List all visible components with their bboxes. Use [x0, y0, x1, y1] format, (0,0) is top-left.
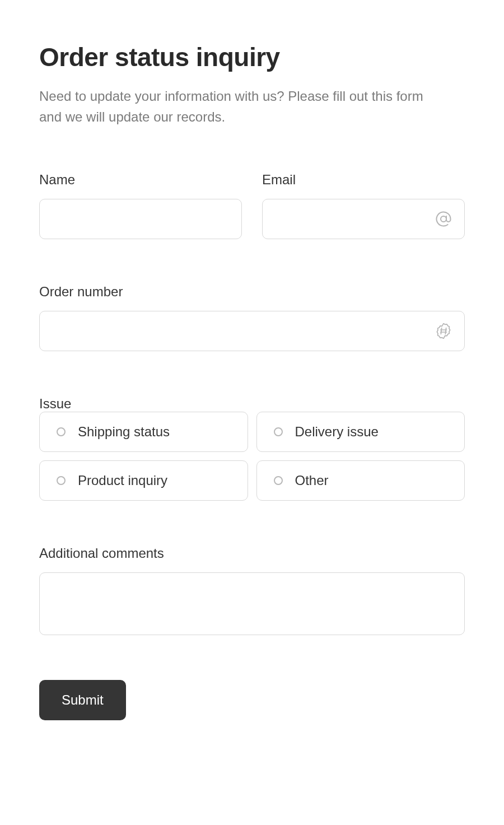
- svg-line-1: [441, 328, 441, 334]
- radio-icon: [57, 427, 66, 436]
- order-number-input[interactable]: [39, 311, 465, 351]
- issue-option-other[interactable]: Other: [256, 460, 465, 501]
- issue-option-delivery-issue[interactable]: Delivery issue: [256, 412, 465, 452]
- name-label: Name: [39, 172, 242, 188]
- radio-icon: [274, 427, 283, 436]
- svg-line-2: [445, 328, 446, 334]
- submit-button[interactable]: Submit: [39, 680, 126, 720]
- option-label: Other: [295, 473, 329, 488]
- radio-icon: [274, 476, 283, 485]
- option-label: Shipping status: [78, 424, 170, 440]
- page-title: Order status inquiry: [39, 42, 465, 72]
- name-input[interactable]: [39, 199, 242, 239]
- at-sign-icon: [435, 210, 452, 228]
- issue-label: Issue: [39, 396, 71, 411]
- option-label: Delivery issue: [295, 424, 379, 440]
- issue-option-shipping-status[interactable]: Shipping status: [39, 412, 248, 452]
- email-label: Email: [262, 172, 465, 188]
- order-number-label: Order number: [39, 284, 465, 300]
- option-label: Product inquiry: [78, 473, 167, 488]
- svg-point-0: [441, 216, 446, 222]
- comments-input[interactable]: [39, 572, 465, 635]
- issue-option-product-inquiry[interactable]: Product inquiry: [39, 460, 248, 501]
- hash-badge-icon: [435, 322, 452, 340]
- page-subtitle: Need to update your information with us?…: [39, 86, 442, 127]
- comments-label: Additional comments: [39, 546, 465, 561]
- radio-icon: [57, 476, 66, 485]
